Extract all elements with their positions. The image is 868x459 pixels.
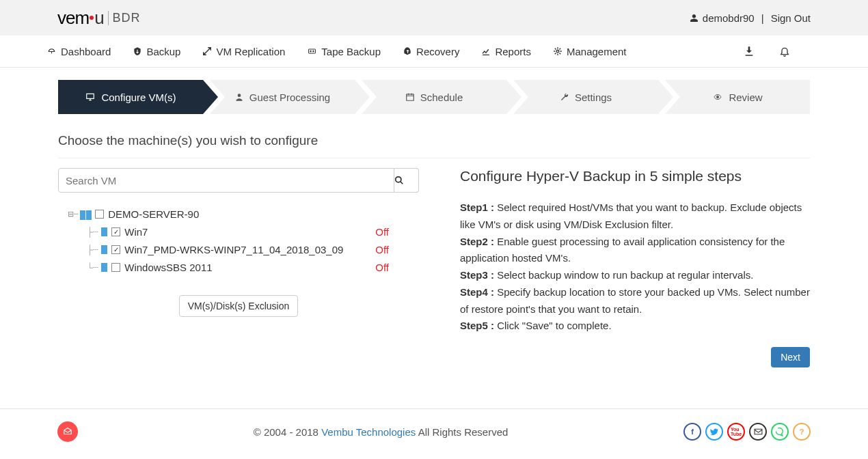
brand-part-a: vem [57, 8, 89, 29]
nav-bar: DashboardBackupVM ReplicationTape Backup… [0, 36, 868, 68]
whatsapp-icon[interactable] [771, 423, 789, 441]
tape-backup-icon [307, 47, 317, 55]
tree-line-icon: ├┄ [87, 245, 98, 255]
vm-icon [101, 227, 107, 236]
wizard-step-configure-vm-s-[interactable]: Configure VM(s) [58, 80, 203, 114]
company-link[interactable]: Vembu Technologies [321, 426, 416, 438]
copyright-year: 2004 - 2018 [264, 426, 321, 438]
recovery-icon [403, 46, 412, 56]
wrench-icon [560, 92, 569, 102]
tree-vm-row[interactable]: ├┄Win7_PMD-WRKS-WINP7_11_04_2018_03_09Of… [68, 240, 419, 258]
separator: | [761, 12, 764, 24]
youtube-icon[interactable]: YouTube [727, 423, 745, 441]
help-step: Step5 : Click "Save" to complete. [460, 318, 810, 335]
vm-name: WindowsSBS 2011 [124, 262, 212, 273]
vm-icon [101, 263, 107, 272]
svg-rect-0 [309, 49, 316, 53]
svg-point-3 [556, 50, 559, 53]
tree-vm-row[interactable]: └┄WindowsSBS 2011Off [68, 258, 419, 276]
vm-status: Off [375, 262, 389, 273]
help-steps: Step1 : Select required Host/VMs that yo… [460, 199, 810, 335]
nav-right [744, 45, 790, 57]
svg-point-4 [237, 94, 241, 97]
vm-tree: ⊟┄ DEMO-SERVER-90 ├┄Win7Off├┄Win7_PMD-WR… [68, 205, 419, 276]
wizard-step-settings[interactable]: Settings [513, 80, 658, 114]
calendar-icon [405, 92, 415, 102]
facebook-icon[interactable]: f [683, 423, 701, 441]
user-icon [690, 14, 699, 23]
exclusion-button[interactable]: VM(s)/Disk(s) Exclusion [179, 295, 299, 317]
search-button[interactable] [394, 168, 419, 193]
nav-recovery[interactable]: Recovery [403, 46, 459, 57]
help-step: Step4 : Specify backup location to store… [460, 284, 810, 318]
vm-icon [101, 245, 107, 254]
reports-icon [481, 47, 491, 56]
nav-reports[interactable]: Reports [481, 46, 531, 57]
wizard-steps: Configure VM(s)Guest ProcessingScheduleS… [58, 80, 810, 114]
help-step: Step2 : Enable guest processing to avail… [460, 234, 810, 268]
nav-tape-backup[interactable]: Tape Backup [307, 46, 381, 57]
nav-management[interactable]: Management [553, 46, 627, 57]
bell-icon[interactable] [779, 45, 790, 57]
vm-replication-icon [202, 46, 212, 56]
wizard-step-schedule[interactable]: Schedule [362, 80, 506, 114]
username-label[interactable]: demobdr90 [703, 12, 755, 24]
nav-menu: DashboardBackupVM ReplicationTape Backup… [46, 46, 627, 57]
twitter-icon[interactable] [705, 423, 723, 441]
vm-status: Off [375, 244, 389, 255]
wizard-step-guest-processing[interactable]: Guest Processing [210, 80, 355, 114]
svg-rect-5 [406, 94, 413, 100]
desktop-icon [85, 92, 96, 102]
vm-name: Win7 [124, 226, 148, 238]
tree-server-row[interactable]: ⊟┄ DEMO-SERVER-90 [68, 205, 419, 223]
expand-icon[interactable]: ⊟┄ [68, 210, 79, 219]
wizard-step-review[interactable]: Review [665, 80, 810, 114]
nav-backup[interactable]: Backup [133, 46, 180, 57]
server-icon [80, 208, 92, 219]
help-icon[interactable]: ? [793, 423, 811, 441]
footer: © 2004 - 2018 Vembu Technologies All Rig… [0, 408, 868, 454]
server-checkbox[interactable] [95, 210, 104, 219]
copyright-tail: All Rights Reserved [416, 426, 508, 438]
copyright-icon: © [254, 426, 261, 438]
backup-icon [133, 46, 142, 56]
help-title: Configure Hyper-V Backup in 5 simple ste… [460, 168, 810, 184]
help-step: Step3 : Select backup window to run back… [460, 267, 810, 284]
search-input[interactable] [58, 168, 394, 193]
social-icons: f YouTube ? [683, 423, 811, 441]
server-name: DEMO-SERVER-90 [108, 208, 199, 220]
download-icon[interactable] [744, 46, 755, 57]
help-step: Step1 : Select required Host/VMs that yo… [460, 199, 810, 234]
management-icon [553, 46, 562, 56]
top-bar: vemu BDR demobdr90 | Sign Out [0, 0, 868, 36]
vm-status: Off [375, 226, 389, 238]
user-area: demobdr90 | Sign Out [690, 12, 811, 24]
brand-suffix: BDR [108, 11, 141, 25]
page-heading: Choose the machine(s) you wish to config… [58, 133, 810, 148]
search-box [58, 168, 419, 193]
vm-checkbox[interactable] [111, 263, 120, 272]
brand-part-b: u [94, 8, 103, 29]
nav-vm-replication[interactable]: VM Replication [202, 46, 285, 57]
next-button[interactable]: Next [771, 347, 810, 367]
signout-link[interactable]: Sign Out [771, 12, 811, 24]
tree-vm-row[interactable]: ├┄Win7Off [68, 223, 419, 240]
mail-fab-icon[interactable] [57, 421, 78, 442]
tree-line-icon: └┄ [87, 262, 98, 273]
dashboard-icon [46, 47, 57, 56]
svg-point-2 [313, 51, 315, 53]
vm-name: Win7_PMD-WRKS-WINP7_11_04_2018_03_09 [124, 244, 343, 255]
svg-point-1 [310, 51, 312, 53]
svg-point-6 [717, 96, 719, 98]
tree-line-icon: ├┄ [87, 227, 98, 237]
brand-logo: vemu BDR [57, 8, 141, 29]
nav-dashboard[interactable]: Dashboard [46, 46, 111, 57]
user-icon [234, 92, 244, 102]
logo-dot-icon [90, 16, 94, 20]
svg-point-7 [396, 177, 401, 182]
vm-checkbox[interactable] [111, 227, 120, 236]
vm-checkbox[interactable] [111, 245, 120, 254]
email-icon[interactable] [749, 423, 767, 441]
eye-icon [712, 93, 723, 101]
